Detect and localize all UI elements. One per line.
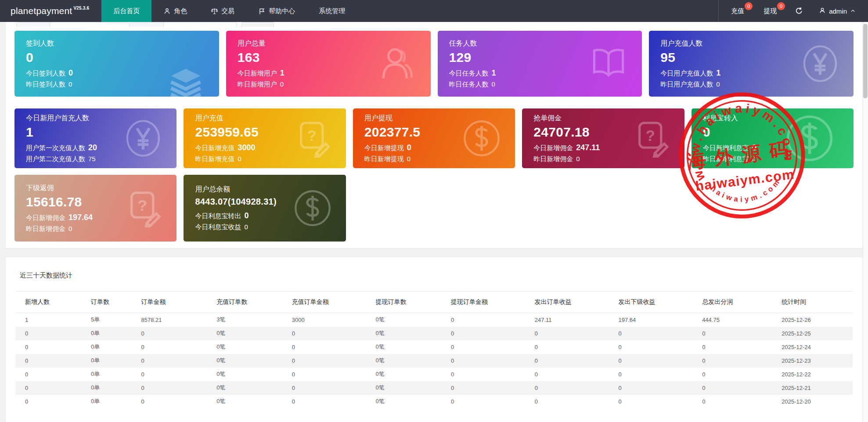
scales-icon <box>211 7 218 15</box>
stat-card-user-total[interactable]: 用户总量163今日新增用户1昨日新增用户0 <box>226 31 431 97</box>
table-cell: 0单 <box>86 368 137 381</box>
stat-card-subline: 今日新增佣金247.11 <box>533 143 673 152</box>
nav-item-system[interactable]: 系统管理 <box>307 0 357 22</box>
stat-card-user-withdraw[interactable]: 用户提现202377.5今日新增提现0昨日新增提现0 <box>353 108 515 168</box>
nav-item-role[interactable]: 角色 <box>151 0 199 22</box>
dollar-icon <box>293 189 332 227</box>
stats-cards-panel: 签到人数0今日签到人数0昨日签到人数0用户总量163今日新增用户1昨日新增用户0… <box>6 22 862 249</box>
stat-card-value: 95 <box>660 50 842 65</box>
quick-action-recharge[interactable]: 充值0 <box>718 0 754 22</box>
brand-logo[interactable]: planetpayment V25.3.6 <box>0 0 101 22</box>
table-cell: 0笔 <box>212 381 288 395</box>
table-header-cell: 充值订单数 <box>212 292 288 313</box>
subline-label: 昨日新增充值 <box>195 155 234 162</box>
table-cell: 0 <box>15 354 86 368</box>
stat-card-user-recharge[interactable]: 用户充值253959.65今日新增充值3000昨日新增充值0? <box>184 108 346 168</box>
stat-card-value: 129 <box>449 50 631 65</box>
refresh-icon <box>795 7 803 15</box>
table-header-cell: 总发出分润 <box>698 292 777 313</box>
table-cell: 2025-12-25 <box>777 327 853 340</box>
nav-item-trade[interactable]: 交易 <box>199 0 246 22</box>
stat-card-order-commission[interactable]: 抢单佣金24707.18今日新增佣金247.11昨日新增佣金0? <box>522 108 684 168</box>
stat-card-sub-rebate[interactable]: 下级返佣15616.78今日新增佣金197.64昨日新增佣金0? <box>14 175 176 242</box>
stat-card-recharge-users[interactable]: 用户充值人数95今日用户充值人数1昨日用户充值人数0 <box>649 31 854 97</box>
table-cell: 0 <box>698 327 777 340</box>
nav-item-help[interactable]: 帮助中心 <box>246 0 307 22</box>
table-row[interactable]: 00单00笔00笔00002025-12-25 <box>15 327 853 340</box>
subline-label: 昨日任务人数 <box>449 80 489 88</box>
table-row[interactable]: 00单00笔00笔00002025-12-23 <box>15 354 853 368</box>
subline-label: 昨日新增提现 <box>364 155 404 162</box>
user-menu[interactable]: admin <box>812 0 868 22</box>
stat-card-subline: 昨日新增佣金0 <box>26 225 165 233</box>
stat-card-signin-count[interactable]: 签到人数0今日签到人数0昨日签到人数0 <box>14 31 219 97</box>
user-icon <box>819 7 826 15</box>
stat-card-title: 今日新用户首充人数 <box>26 114 165 123</box>
notification-badge: 0 <box>777 2 785 10</box>
stat-card-title: 抢单佣金 <box>533 114 673 123</box>
clipped-filter-button[interactable] <box>241 22 274 27</box>
subline-value: 0 <box>492 80 495 88</box>
stat-card-task-count[interactable]: 任务人数129今日任务人数1昨日任务人数0 <box>438 31 642 97</box>
table-row[interactable]: 00单00笔00笔00002025-12-22 <box>15 368 853 381</box>
table-cell: 0 <box>614 395 698 408</box>
table-row[interactable]: 00单00笔00笔00002025-12-21 <box>15 381 853 395</box>
table-row[interactable]: 00单00笔00笔00002025-12-20 <box>15 395 853 408</box>
subline-value: 0 <box>407 155 411 162</box>
table-cell: 0 <box>15 327 86 340</box>
vertical-scrollbar[interactable] <box>863 22 868 422</box>
stat-card-subline: 今日新增利息宝0 <box>703 143 842 152</box>
table-cell: 0 <box>288 381 371 395</box>
stat-card-title: 用户总量 <box>238 39 419 48</box>
nav-item-home[interactable]: 后台首页 <box>101 0 151 22</box>
nav-item-label: 后台首页 <box>113 7 140 15</box>
table-cell: 0笔 <box>371 381 447 395</box>
table-row[interactable]: 00单00笔00笔00002025-12-24 <box>15 340 853 354</box>
subline-value: 197.64 <box>68 213 93 222</box>
stat-card-subline: 昨日任务人数0 <box>449 80 631 89</box>
clipped-filter-field-1[interactable] <box>16 22 130 27</box>
subline-label: 昨日新增佣金 <box>533 155 573 162</box>
scrollbar-thumb[interactable] <box>863 24 868 98</box>
subline-label: 今日新增佣金 <box>533 144 573 151</box>
stat-card-title: 签到人数 <box>26 39 208 48</box>
table-header-cell: 提现订单金额 <box>447 292 530 313</box>
nav-item-label: 帮助中心 <box>269 7 295 15</box>
table-cell: 0 <box>15 368 86 381</box>
subline-value: 3000 <box>238 143 255 152</box>
clipped-filter-field-2[interactable] <box>129 22 237 27</box>
stat-card-subline: 今日利息宝转出0 <box>195 211 334 220</box>
stat-card-subline: 今日利息宝收益0 <box>195 223 334 231</box>
subline-label: 用户第二次充值人数 <box>26 155 85 162</box>
table-cell: 2025-12-22 <box>777 368 853 381</box>
table-cell: 0 <box>137 368 212 381</box>
stat-card-title: 利息宝转入 <box>703 114 842 123</box>
table-title: 近三十天数据统计 <box>20 271 853 280</box>
subline-value: 1 <box>492 69 496 77</box>
subline-value: 0 <box>280 80 284 88</box>
subline-label: 今日新增充值 <box>195 144 234 151</box>
stat-card-user-balance[interactable]: 用户总余额8443.07(104928.31)今日利息宝转出0今日利息宝收益0 <box>184 175 346 242</box>
table-cell: 2025-12-21 <box>777 381 853 395</box>
subline-label: 今日利息宝转出 <box>195 212 241 220</box>
table-cell: 0笔 <box>371 327 447 340</box>
refresh-button[interactable] <box>786 0 812 22</box>
subline-value: 0 <box>68 69 73 77</box>
subline-value: 0 <box>752 143 756 152</box>
stat-card-interest-transfer-in[interactable]: 利息宝转入0今日新增利息宝0昨日新增利息宝0 <box>692 108 854 168</box>
table-header-cell: 提现订单数 <box>371 292 447 313</box>
stat-card-value: 1 <box>26 125 165 140</box>
stat-card-value: 8443.07(104928.31) <box>195 197 334 207</box>
table-cell: 0 <box>614 381 698 395</box>
subline-value: 0 <box>716 80 720 88</box>
table-cell: 0笔 <box>212 340 288 354</box>
table-row[interactable]: 15单8578.213笔30000笔0247.11197.64444.75202… <box>15 313 853 327</box>
subline-label: 今日签到人数 <box>26 69 65 77</box>
stat-card-subline: 今日新增用户1 <box>238 69 419 78</box>
quick-action-withdraw[interactable]: 提现0 <box>754 0 786 22</box>
subline-label: 今日新增提现 <box>364 144 404 151</box>
stat-card-first-recharge-today[interactable]: 今日新用户首充人数1用户第一次充值人数20用户第二次充值人数75 <box>14 108 176 168</box>
subline-value: 0 <box>68 225 72 232</box>
table-cell: 3笔 <box>212 313 288 327</box>
table-cell: 0 <box>614 368 698 381</box>
